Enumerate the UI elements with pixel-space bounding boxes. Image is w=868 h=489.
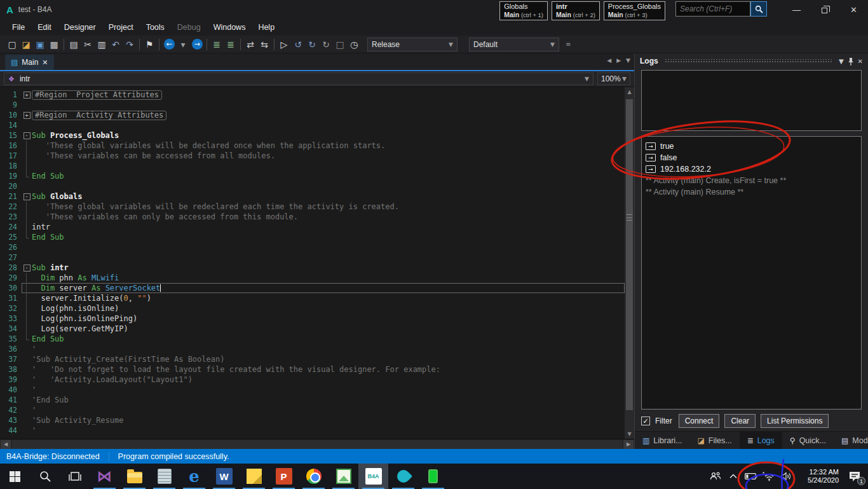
toolbar-run-icon[interactable]: ▷	[277, 38, 291, 52]
panel-dropdown-icon[interactable]: ▼	[839, 58, 844, 65]
collapsed-region-box[interactable]: #Region Activity Attributes	[32, 111, 166, 120]
hidden-icons-chevron[interactable]	[726, 464, 741, 489]
word-icon[interactable]: W	[209, 464, 239, 489]
editor-horizontal-scrollbar[interactable]: ◀ ▶	[0, 439, 634, 449]
emulator-icon[interactable]	[388, 464, 418, 489]
split-editor-grip[interactable]	[627, 214, 632, 221]
scroll-up-icon[interactable]: ▲	[625, 87, 634, 97]
quick-nav-process_globals[interactable]: Process_GlobalsMain (ctrl + 3)	[604, 1, 665, 20]
scroll-right-icon[interactable]: ▶	[623, 440, 634, 449]
filter-checkbox[interactable]: ✓	[641, 417, 650, 425]
toolbar-uncomment-icon[interactable]: ≣	[224, 38, 238, 52]
android-device-icon[interactable]	[418, 464, 448, 489]
toolbar-stop-icon[interactable]: □	[333, 38, 347, 52]
fold-collapse-icon[interactable]: -	[24, 132, 31, 139]
tab-quick-search[interactable]: ⚲Quick...	[782, 432, 834, 449]
battery-icon[interactable]	[743, 464, 759, 489]
menu-file[interactable]: File	[6, 20, 31, 34]
toolbar-timer-icon[interactable]: ◷	[347, 38, 361, 52]
action-center-icon[interactable]: 1	[844, 464, 865, 489]
fold-collapse-icon[interactable]: -	[24, 193, 31, 200]
toolbar-compile-from-device-icon[interactable]: ⇆	[257, 38, 271, 52]
image-editor-icon[interactable]	[329, 464, 358, 489]
toolbar-back-dropdown-icon[interactable]: ▾	[176, 38, 190, 52]
toolbar-paste-icon[interactable]: ▥	[95, 38, 109, 52]
toolbar-cut-icon[interactable]: ✂	[81, 38, 95, 52]
toolbar-comment-icon[interactable]: ≣	[210, 38, 224, 52]
menu-help[interactable]: Help	[252, 20, 280, 34]
search-input[interactable]	[675, 1, 750, 17]
toolbar-reconnect-icon[interactable]: ↺	[291, 38, 305, 52]
toolbar-resume-icon[interactable]: ↻	[305, 38, 319, 52]
scroll-tabs-right-icon[interactable]: ▶	[616, 57, 621, 64]
file-explorer-icon[interactable]	[119, 464, 149, 489]
tab-modules[interactable]: ▤Mod...	[834, 432, 868, 449]
tab-main[interactable]: ▤ Main ✕	[5, 55, 54, 70]
scroll-down-icon[interactable]: ▼	[625, 429, 634, 439]
minimize-button[interactable]: —	[782, 1, 811, 18]
collapsed-region-box[interactable]: #Region Project Attributes	[32, 90, 162, 100]
scroll-tabs-left-icon[interactable]: ◀	[607, 57, 611, 64]
people-icon[interactable]	[708, 464, 723, 489]
panel-close-icon[interactable]: ✕	[858, 58, 863, 65]
clear-button[interactable]: Clear	[724, 414, 756, 428]
menu-edit[interactable]: Edit	[32, 20, 57, 34]
task-view-icon[interactable]	[60, 464, 90, 489]
menu-windows[interactable]: Windows	[208, 20, 252, 34]
quick-nav-globals[interactable]: GlobalsMain (ctrl + 1)	[499, 1, 548, 20]
menu-tools[interactable]: Tools	[140, 20, 170, 34]
tab-close-icon[interactable]: ✕	[42, 59, 48, 67]
member-combo[interactable]: ❖ intr ▼	[4, 72, 593, 85]
menu-designer[interactable]: Designer	[58, 20, 102, 34]
tab-list-dropdown-icon[interactable]: ▼	[626, 57, 630, 64]
menu-project[interactable]: Project	[103, 20, 139, 34]
toolbar-copy-icon[interactable]: ▤	[67, 38, 81, 52]
sticky-notes-icon[interactable]	[239, 464, 269, 489]
quick-nav-intr[interactable]: intrMain (ctrl + 2)	[552, 1, 600, 20]
wifi-no-internet-icon[interactable]: *	[761, 464, 776, 489]
horizontal-scroll-track[interactable]	[12, 440, 622, 449]
tab-logs[interactable]: ≣Logs	[740, 432, 782, 449]
zoom-combo[interactable]: 100% ▼	[597, 72, 630, 85]
fold-expand-icon[interactable]: +	[24, 92, 31, 99]
toolbar-navigate-forward-icon[interactable]: →	[190, 38, 204, 52]
notepad-icon[interactable]	[149, 464, 179, 489]
tab-libraries[interactable]: ▥Librari...	[635, 432, 690, 449]
powerpoint-icon[interactable]: P	[269, 464, 299, 489]
toolbar-undo-icon[interactable]: ↶	[109, 38, 123, 52]
toolbar-compile-to-device-icon[interactable]: ⇄	[243, 38, 257, 52]
fold-collapse-icon[interactable]: -	[24, 265, 31, 272]
start-button[interactable]	[0, 464, 30, 489]
search-button[interactable]	[750, 1, 767, 17]
logs-panel-header[interactable]: Logs ▼ ✕	[635, 53, 868, 69]
list-permissions-button[interactable]: List Permissions	[761, 414, 829, 428]
clock[interactable]: 12:32 AM 5/24/2020	[799, 468, 839, 485]
chrome-icon[interactable]	[299, 464, 329, 489]
code-editor[interactable]: 1+#Region Project Attributes910+#Region …	[0, 87, 625, 439]
toolbar-export-icon[interactable]: ▦	[47, 38, 61, 52]
toolbar-restart-icon[interactable]: ↻	[319, 38, 333, 52]
toolbar-redo-icon[interactable]: ↷	[123, 38, 137, 52]
tab-files[interactable]: ◪Files...	[690, 432, 740, 449]
connect-button[interactable]: Connect	[679, 414, 720, 428]
fold-expand-icon[interactable]: +	[24, 112, 31, 119]
vertical-scroll-thumb[interactable]	[626, 99, 633, 410]
editor-vertical-scrollbar[interactable]: ▲ ▼	[625, 87, 634, 439]
toolbar-new-project-icon[interactable]: ▢	[5, 38, 19, 52]
edge-icon[interactable]: e	[179, 464, 209, 489]
restore-button[interactable]	[811, 1, 839, 18]
b4a-icon[interactable]: B4A	[358, 464, 388, 489]
toolbar-save-icon[interactable]: ▣	[33, 38, 47, 52]
volume-icon[interactable]	[779, 464, 794, 489]
toolbar-bookmark-icon[interactable]: ⚑	[142, 38, 156, 52]
build-configuration-combo[interactable]: Default▼	[469, 38, 559, 52]
close-button[interactable]: ✕	[839, 1, 868, 18]
release-mode-combo[interactable]: Release▼	[367, 38, 458, 52]
pin-icon[interactable]	[848, 57, 854, 65]
toolbar-overflow-icon[interactable]: ≡	[566, 41, 570, 48]
toolbar-open-project-icon[interactable]: ◪	[19, 38, 33, 52]
toolbar-navigate-back-icon[interactable]: ←	[162, 38, 176, 52]
visual-studio-icon[interactable]: ⋈	[90, 464, 119, 489]
taskbar-search-icon[interactable]	[30, 464, 60, 489]
scroll-left-icon[interactable]: ◀	[1, 440, 11, 449]
